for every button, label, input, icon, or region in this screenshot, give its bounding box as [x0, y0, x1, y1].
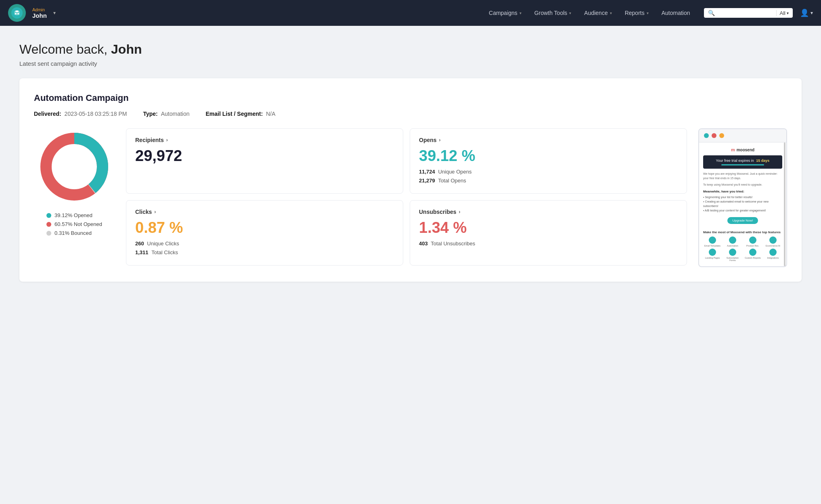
preview-icon-circle	[749, 249, 756, 256]
nav-automation[interactable]: Automation	[656, 6, 696, 19]
chevron-down-icon: ▾	[610, 11, 612, 15]
arrow-icon: ›	[459, 209, 461, 215]
preview-banner: Your free trial expires in 15 days	[703, 155, 782, 169]
stat-cards-grid: Recipients › 29,972 Opens › 39.12 % 11,7…	[126, 128, 687, 266]
type-field: Type: Automation	[143, 111, 189, 117]
stat-card-clicks: Clicks › 0.87 % 260 Unique Clicks 1,311 …	[126, 200, 403, 266]
chevron-down-icon: ▾	[787, 11, 789, 15]
user-circle-icon: 👤	[800, 8, 809, 17]
chevron-down-icon: ▾	[519, 11, 522, 15]
stat-opens-detail: 11,724 Unique Opens 21,279 Total Opens	[419, 167, 678, 185]
search-input[interactable]	[717, 10, 774, 16]
preview-icon-product-rec: Product Rec.	[744, 236, 762, 247]
stat-card-unsubscribes: Unsubscribes › 1.34 % 403 Total Unsubscr…	[410, 200, 687, 266]
nav-items: Campaigns ▾ Growth Tools ▾ Audience ▾ Re…	[483, 6, 696, 19]
search-filter-dropdown[interactable]: All ▾	[776, 10, 789, 16]
campaign-title: Automation Campaign	[34, 93, 787, 103]
stat-unsubscribes-detail: 403 Total Unsubscribes	[419, 239, 678, 248]
preview-icon-circle	[729, 236, 736, 244]
preview-dot-teal	[704, 133, 709, 138]
profile-button[interactable]: 👤 ▾	[800, 8, 813, 17]
preview-dot-red	[712, 133, 716, 138]
campaign-card: Automation Campaign Delivered: 2023-05-1…	[19, 78, 802, 282]
welcome-title: Welcome back, John	[19, 42, 802, 57]
preview-icon-custom-reports: Custom Reports	[744, 249, 762, 261]
preview-icon-automation: Automation	[723, 236, 742, 247]
preview-list: • Segmenting your list for better result…	[703, 195, 782, 213]
page-content: Welcome back, John Latest sent campaign …	[0, 26, 821, 298]
donut-section: 39.12% Opened 60.57% Not Opened 0.31% Bo…	[34, 128, 115, 236]
stat-opens-value: 39.12 %	[419, 148, 678, 163]
nav-audience[interactable]: Audience ▾	[578, 6, 617, 19]
user-name: John	[32, 12, 47, 19]
stat-recipients-value: 29,972	[135, 148, 394, 163]
preview-body: m moosend Your free trial expires in 15 …	[699, 142, 786, 266]
legend-bounced: 0.31% Bounced	[46, 230, 102, 236]
preview-icon-sub-forms: Subscription Forms	[723, 249, 742, 261]
preview-icon-circle	[769, 249, 777, 256]
stat-card-unsubscribes-header: Unsubscribes ›	[419, 209, 678, 215]
nav-reports[interactable]: Reports ▾	[619, 6, 654, 19]
user-info: Admin John	[32, 7, 47, 19]
preview-icon-circle	[709, 236, 716, 244]
legend-dot-opened	[46, 213, 51, 218]
chevron-down-icon: ▾	[647, 11, 649, 15]
donut-chart	[36, 128, 113, 205]
preview-icon-integrations: Integrations	[764, 249, 782, 261]
preview-icon-email-templates: Email Templates	[703, 236, 722, 247]
preview-icon-landing-pages: Landing Pages	[703, 249, 722, 261]
campaign-meta: Delivered: 2023-05-18 03:25:18 PM Type: …	[34, 111, 787, 117]
email-preview: m moosend Your free trial expires in 15 …	[698, 128, 787, 267]
scrollbar[interactable]	[784, 142, 785, 266]
legend-opened: 39.12% Opened	[46, 212, 102, 218]
welcome-subtitle: Latest sent campaign activity	[19, 60, 802, 67]
chevron-down-icon: ▾	[811, 10, 813, 16]
stat-card-clicks-header: Clicks ›	[135, 209, 394, 215]
preview-cta-button: Upgrade Now!	[727, 217, 758, 224]
arrow-icon: ›	[166, 137, 168, 143]
legend-not-opened: 60.57% Not Opened	[46, 221, 102, 227]
navbar: Admin John ▾ Campaigns ▾ Growth Tools ▾ …	[0, 0, 821, 26]
preview-icon-circle	[709, 249, 716, 256]
user-role: Admin	[32, 7, 47, 12]
stat-unsubscribes-value: 1.34 %	[419, 220, 678, 235]
svg-point-2	[15, 13, 17, 15]
donut-legend: 39.12% Opened 60.57% Not Opened 0.31% Bo…	[46, 212, 102, 236]
preview-icon-circle	[769, 236, 777, 244]
preview-progress-bar	[721, 164, 764, 165]
preview-moosend-logo: m moosend	[703, 147, 782, 152]
nav-campaigns[interactable]: Campaigns ▾	[483, 6, 527, 19]
stat-card-opens: Opens › 39.12 % 11,724 Unique Opens 21,2…	[410, 128, 687, 194]
preview-features-label: Make the most of Moosend with these top …	[703, 230, 782, 234]
chevron-down-icon: ▾	[569, 11, 571, 15]
preview-icon-ecommerce: Ecommerce AI	[764, 236, 782, 247]
arrow-icon: ›	[439, 137, 441, 143]
preview-icon-circle	[729, 249, 736, 256]
preview-dot-yellow	[719, 133, 724, 138]
svg-rect-1	[15, 10, 19, 12]
preview-toolbar	[699, 129, 786, 142]
nav-growth-tools[interactable]: Growth Tools ▾	[529, 6, 577, 19]
preview-body-text2: To keep using Moosend you'll need to upg…	[703, 183, 782, 187]
preview-icon-circle	[749, 236, 756, 244]
stat-card-opens-header: Opens ›	[419, 137, 678, 143]
preview-icons-row: Email Templates Automation Product Rec.	[703, 236, 782, 261]
user-dropdown-button[interactable]: ▾	[52, 8, 57, 17]
arrow-icon: ›	[154, 209, 156, 215]
legend-dot-not-opened	[46, 222, 51, 227]
stat-card-recipients-header: Recipients ›	[135, 137, 394, 143]
logo[interactable]	[8, 4, 26, 22]
preview-heading: Meanwhile, have you tried:	[703, 190, 782, 193]
svg-point-7	[56, 148, 93, 185]
stat-clicks-value: 0.87 %	[135, 220, 394, 235]
stat-clicks-detail: 260 Unique Clicks 1,311 Total Clicks	[135, 239, 394, 257]
search-icon: 🔍	[708, 10, 715, 16]
search-bar: 🔍 All ▾	[704, 8, 793, 18]
svg-point-3	[17, 13, 19, 15]
legend-dot-bounced	[46, 231, 51, 236]
stat-card-recipients: Recipients › 29,972	[126, 128, 403, 194]
email-list-field: Email List / Segment: N/A	[206, 111, 276, 117]
delivered-field: Delivered: 2023-05-18 03:25:18 PM	[34, 111, 127, 117]
stats-layout: 39.12% Opened 60.57% Not Opened 0.31% Bo…	[34, 128, 787, 267]
preview-body-text: We hope you are enjoying Moosend. Just a…	[703, 172, 782, 180]
